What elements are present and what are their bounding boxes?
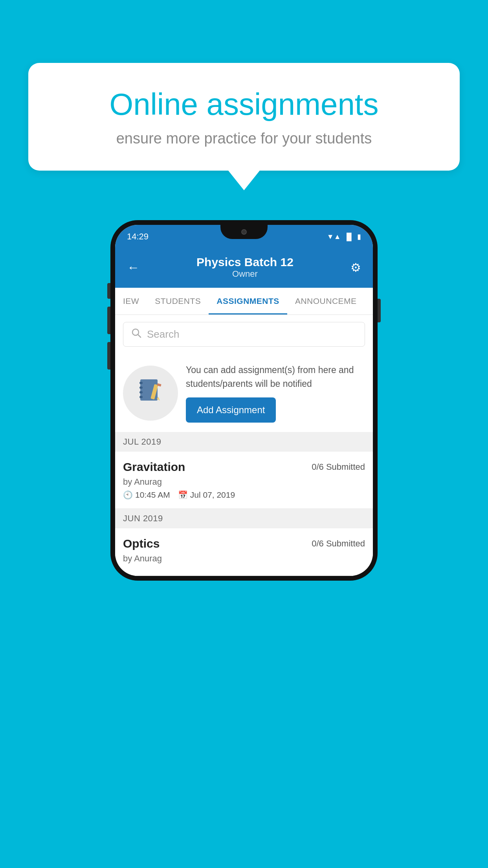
search-icon — [131, 328, 141, 341]
svg-rect-6 — [139, 396, 143, 398]
svg-line-1 — [138, 335, 141, 337]
header-title: Physics Batch 12 — [196, 256, 294, 269]
speech-bubble-arrow — [228, 171, 260, 190]
notch — [220, 225, 268, 239]
search-input[interactable]: Search — [147, 328, 179, 340]
tabs-bar: IEW STUDENTS ASSIGNMENTS ANNOUNCEME — [115, 288, 373, 315]
tab-iew[interactable]: IEW — [115, 288, 147, 314]
status-icons: ▼▲ ▐▌ ▮ — [327, 232, 361, 241]
clock-icon: 🕙 — [123, 490, 133, 500]
back-button[interactable]: ← — [127, 260, 139, 275]
front-camera — [241, 229, 247, 235]
volume-down-button — [107, 342, 110, 370]
search-container: Search — [115, 315, 373, 354]
assignment-by-gravitation: by Anurag — [123, 477, 365, 487]
assignment-title-gravitation: Gravitation — [123, 460, 185, 474]
month-divider-jul: JUL 2019 — [115, 432, 373, 452]
assignment-title-optics: Optics — [123, 537, 160, 550]
volume-up-button — [107, 307, 110, 334]
header-center: Physics Batch 12 Owner — [196, 256, 294, 279]
svg-rect-3 — [139, 382, 143, 384]
speech-bubble-wrapper: Online assignments ensure more practice … — [28, 63, 460, 190]
phone-screen: 14:29 ▼▲ ▐▌ ▮ ← Physics Batch 12 Owner ⚙ — [115, 225, 373, 576]
tab-students[interactable]: STUDENTS — [147, 288, 209, 314]
promo-icon-circle — [123, 366, 178, 421]
signal-icon: ▐▌ — [344, 233, 354, 241]
speech-bubble-title: Online assignments — [56, 86, 432, 122]
assignment-header-gravitation: Gravitation 0/6 Submitted — [123, 460, 365, 474]
assignment-time-gravitation: 🕙 10:45 AM — [123, 490, 170, 500]
power-button — [378, 299, 381, 322]
assignment-submitted-optics: 0/6 Submitted — [312, 539, 365, 549]
month-divider-jun: JUN 2019 — [115, 509, 373, 528]
assignment-item-gravitation[interactable]: Gravitation 0/6 Submitted by Anurag 🕙 10… — [115, 452, 373, 509]
assignment-submitted-gravitation: 0/6 Submitted — [312, 462, 365, 472]
phone-border: 14:29 ▼▲ ▐▌ ▮ ← Physics Batch 12 Owner ⚙ — [110, 220, 378, 581]
settings-button[interactable]: ⚙ — [350, 261, 361, 274]
notebook-icon — [136, 376, 165, 410]
phone-wrapper: 14:29 ▼▲ ▐▌ ▮ ← Physics Batch 12 Owner ⚙ — [110, 220, 378, 581]
wifi-icon: ▼▲ — [327, 233, 341, 241]
speech-bubble: Online assignments ensure more practice … — [28, 63, 460, 171]
assignment-by-optics: by Anurag — [123, 554, 365, 564]
mute-button — [107, 283, 110, 299]
assignment-date-gravitation: 📅 Jul 07, 2019 — [178, 490, 235, 500]
status-bar: 14:29 ▼▲ ▐▌ ▮ — [115, 225, 373, 248]
promo-description: You can add assignment(s) from here and … — [186, 363, 365, 390]
battery-icon: ▮ — [357, 232, 361, 241]
status-time: 14:29 — [127, 232, 149, 242]
tab-announcements[interactable]: ANNOUNCEME — [287, 288, 365, 314]
add-assignment-button[interactable]: Add Assignment — [186, 397, 276, 423]
svg-rect-5 — [139, 391, 143, 394]
header-subtitle: Owner — [196, 269, 294, 279]
tab-assignments[interactable]: ASSIGNMENTS — [209, 288, 287, 314]
promo-section: You can add assignment(s) from here and … — [115, 354, 373, 432]
calendar-icon: 📅 — [178, 490, 188, 500]
promo-content: You can add assignment(s) from here and … — [186, 363, 365, 423]
svg-rect-4 — [139, 386, 143, 389]
assignment-header-optics: Optics 0/6 Submitted — [123, 537, 365, 550]
search-bar[interactable]: Search — [123, 322, 365, 347]
assignment-item-optics[interactable]: Optics 0/6 Submitted by Anurag — [115, 528, 373, 576]
assignment-meta-gravitation: 🕙 10:45 AM 📅 Jul 07, 2019 — [123, 490, 365, 500]
speech-bubble-subtitle: ensure more practice for your students — [56, 130, 432, 147]
app-header: ← Physics Batch 12 Owner ⚙ — [115, 248, 373, 288]
